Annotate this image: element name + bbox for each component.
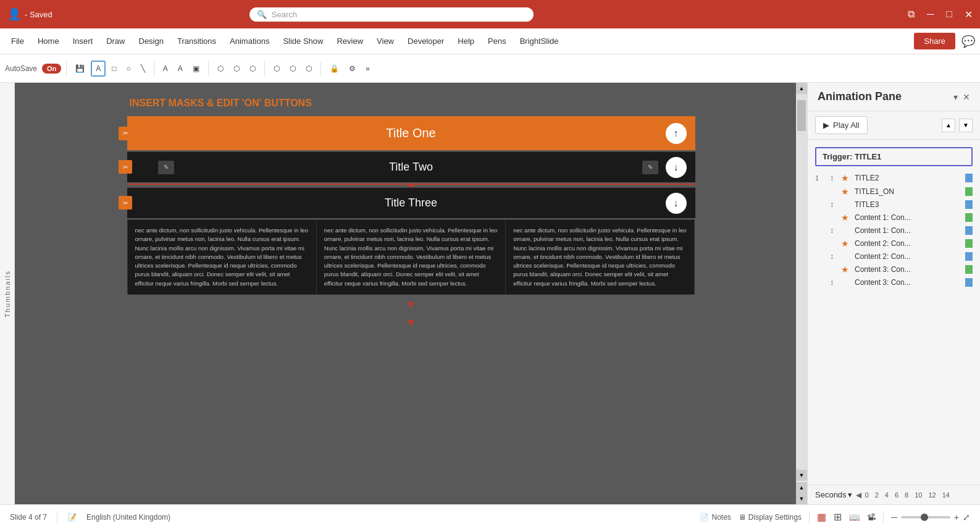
smartart-icon[interactable]: ⬡ (302, 62, 316, 75)
menu-slideshow[interactable]: Slide Show (277, 33, 329, 49)
anim-item-content1-green[interactable]: ★ Content 1: Con... (808, 211, 980, 224)
anim-item-title1on[interactable]: ★ TITLE1_ON (808, 185, 980, 198)
animation-pane-collapse-btn[interactable]: ▾ (953, 92, 958, 102)
settings-icon[interactable]: ⚙ (345, 62, 359, 75)
menu-design[interactable]: Design (133, 33, 170, 49)
anim-scroll-down-btn[interactable]: ▼ (959, 119, 973, 132)
menu-transitions[interactable]: Transitions (171, 33, 222, 49)
arrow-up-btn[interactable]: ↑ (666, 123, 687, 144)
zoom-fit-btn[interactable]: ⤢ (963, 512, 970, 522)
share-button[interactable]: Share (914, 33, 955, 49)
lock-icon[interactable]: 🔒 (326, 62, 343, 75)
main-layout: Thumbnails INSERT MASKS & EDIT 'ON' BUTT… (0, 83, 980, 504)
animation-pane-title: Animation Pane (818, 90, 949, 103)
save-icon[interactable]: 💾 (72, 62, 88, 75)
scroll-down-btn-middle[interactable]: ▼ (796, 470, 807, 481)
view-presenter-btn[interactable]: 📽 (867, 512, 876, 522)
anim-scroll-up-btn[interactable]: ▲ (942, 119, 955, 132)
seconds-nav-left[interactable]: ◀ (856, 491, 861, 499)
close-button[interactable]: ✕ (965, 9, 973, 20)
anim-bar-content2g (965, 239, 973, 248)
fill-icon[interactable]: ▣ (189, 62, 203, 75)
zoom-slider[interactable] (901, 516, 950, 518)
zoom-in-btn[interactable]: + (954, 512, 959, 522)
menu-animations[interactable]: Animations (224, 33, 275, 49)
restore-button[interactable]: ⧉ (908, 9, 915, 20)
toolbar: AutoSave On 💾 A □ ○ ╲ A A ▣ ⬡ ⬡ ⬡ ⬡ ⬡ ⬡ … (0, 54, 980, 83)
menu-pens[interactable]: Pens (482, 33, 513, 49)
mask-icon-1[interactable]: ✂ (119, 127, 132, 140)
anim-star-8: ★ (841, 264, 852, 274)
anim-item-content3-green[interactable]: ★ Content 3: Con... (808, 263, 980, 276)
font-color-icon[interactable]: A (159, 62, 172, 75)
anim-item-content3-blue[interactable]: ↕ Content 3: Con... (808, 276, 980, 289)
spell-check-icon[interactable]: 📝 (67, 513, 77, 522)
view-normal-btn[interactable]: ▦ (817, 511, 826, 523)
anim-item-title2[interactable]: 1 ↕ ★ TITLE2 (808, 171, 980, 185)
menu-review[interactable]: Review (330, 33, 369, 49)
seconds-dropdown-icon[interactable]: ▾ (848, 490, 852, 499)
oval-icon[interactable]: ○ (123, 62, 135, 75)
text-highlight-icon[interactable]: A (174, 62, 186, 75)
search-bar[interactable]: 🔍 Search (249, 7, 534, 22)
play-all-button[interactable]: ▶ Play All (815, 116, 868, 134)
anim-item-title3[interactable]: ↕ TITLE3 (808, 198, 980, 211)
arrow-down-btn-2[interactable]: ↓ (666, 157, 687, 178)
title-bar: 👤 - Saved 🔍 Search ⧉ ─ □ ✕ (0, 0, 980, 28)
mask-icon-2[interactable]: ✂ (119, 160, 132, 174)
notes-icon: 📄 (700, 513, 709, 522)
edit-icon-left[interactable]: ✎ (158, 161, 174, 174)
anim-star-4: ★ (841, 213, 852, 222)
title-three-bar: Title Three ↓ (127, 187, 695, 218)
text-icon[interactable]: A (91, 61, 106, 77)
chart-icon[interactable]: ⬡ (286, 62, 299, 75)
scroll-up-btn[interactable]: ▲ (796, 83, 807, 94)
align-icon[interactable]: ⬡ (230, 62, 243, 75)
scroll-page-up-btn[interactable]: ▲ (796, 482, 807, 493)
scroll-thumb[interactable] (797, 100, 806, 131)
notes-button[interactable]: 📄 Notes (700, 513, 731, 522)
rectangle-icon[interactable]: □ (108, 62, 120, 75)
display-label: Display Settings (748, 513, 802, 522)
thumbnails-panel[interactable]: Thumbnails (0, 83, 15, 504)
edit-icon-right[interactable]: ✎ (642, 161, 658, 174)
group-icon[interactable]: ⬡ (214, 62, 227, 75)
anim-item-content1-blue[interactable]: ↕ Content 1: Con... (808, 224, 980, 237)
menu-view[interactable]: View (371, 33, 400, 49)
arrow-down-btn-3[interactable]: ↓ (666, 193, 687, 214)
view-reading-btn[interactable]: 📖 (849, 512, 860, 522)
view-sorter-btn[interactable]: ⊞ (834, 511, 842, 523)
autosave-toggle[interactable]: On (42, 64, 61, 74)
minimize-button[interactable]: ─ (927, 9, 934, 20)
seconds-bar: Seconds ▾ ◀ 0 2 4 6 8 10 12 14 (808, 485, 980, 504)
comment-icon[interactable]: 💬 (961, 35, 975, 48)
display-settings-button[interactable]: 🖥 Display Settings (739, 513, 802, 522)
content-text-2: nec ante dictum, non sollicitudin justo … (324, 227, 497, 287)
menu-home[interactable]: Home (31, 33, 65, 49)
anim-item-content2-green[interactable]: ★ Content 2: Con... (808, 237, 980, 250)
vertical-scrollbar[interactable]: ▲ ▼ ▲ ▼ (796, 83, 807, 504)
anim-bar-title3 (965, 200, 973, 209)
zoom-out-btn[interactable]: ─ (891, 512, 897, 522)
mask-icon-3[interactable]: ✂ (119, 196, 132, 209)
arrange-icon[interactable]: ⬡ (246, 62, 259, 75)
line-icon[interactable]: ╲ (137, 62, 149, 75)
play-icon: ▶ (823, 121, 829, 130)
maximize-button[interactable]: □ (946, 9, 952, 20)
animation-pane-close-btn[interactable]: ✕ (963, 92, 970, 102)
menu-insert[interactable]: Insert (67, 33, 99, 49)
animation-pane-header: Animation Pane ▾ ✕ (808, 83, 980, 111)
anim-mouse-9: ↕ (830, 278, 839, 287)
animation-toolbar: ▶ Play All ▲ ▼ (808, 111, 980, 140)
menu-brightslide[interactable]: BrightSlide (514, 33, 565, 49)
menu-help[interactable]: Help (451, 33, 480, 49)
more-icon[interactable]: ⬡ (270, 62, 283, 75)
scroll-page-down-btn[interactable]: ▼ (796, 493, 807, 504)
status-right: 📄 Notes 🖥 Display Settings ▦ ⊞ 📖 📽 ─ + ⤢ (700, 511, 970, 523)
menu-file[interactable]: File (5, 33, 30, 49)
expand-icon[interactable]: » (362, 62, 374, 75)
menu-developer[interactable]: Developer (401, 33, 450, 49)
search-icon: 🔍 (257, 10, 267, 19)
anim-item-content2-blue[interactable]: ↕ Content 2: Con... (808, 250, 980, 263)
menu-draw[interactable]: Draw (100, 33, 131, 49)
